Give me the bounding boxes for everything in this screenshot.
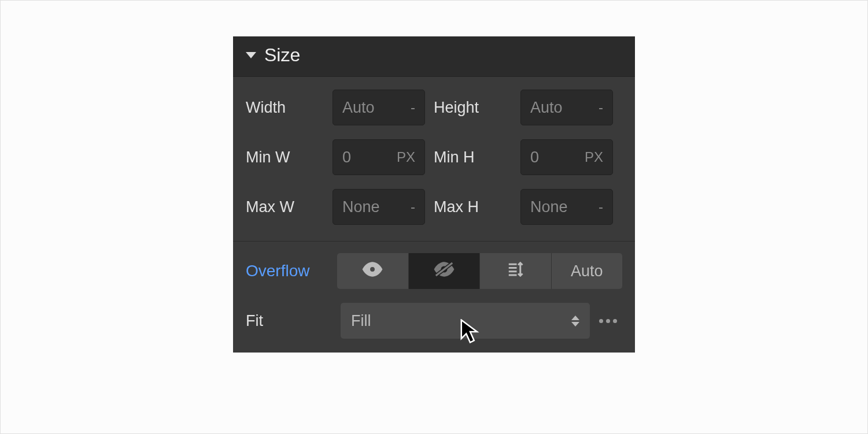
svg-point-0 — [370, 266, 376, 272]
size-panel: Size Width Auto - Height Auto - Min W 0 … — [233, 36, 635, 353]
maxw-unit[interactable]: - — [411, 199, 415, 215]
dot-icon — [613, 319, 617, 323]
disclosure-down-icon — [246, 52, 256, 58]
fit-select[interactable]: Fill — [341, 303, 590, 339]
height-value: Auto — [530, 99, 563, 117]
size-row-width-height: Width Auto - Height Auto - — [246, 90, 622, 125]
minw-input[interactable]: 0 PX — [333, 139, 425, 175]
maxh-unit[interactable]: - — [599, 199, 603, 215]
select-caret-icon — [571, 316, 579, 327]
overflow-row: Overflow — [246, 253, 622, 289]
overflow-label: Overflow — [246, 262, 337, 280]
minw-label: Min W — [246, 149, 333, 166]
maxh-value: None — [530, 198, 568, 216]
width-label: Width — [246, 99, 333, 117]
fit-row: Fit Fill — [246, 303, 622, 339]
scroll-icon — [504, 261, 526, 282]
height-label: Height — [434, 99, 520, 117]
section-title: Size — [264, 44, 300, 66]
width-value: Auto — [342, 99, 375, 117]
width-input[interactable]: Auto - — [333, 90, 425, 125]
fit-label: Fit — [246, 312, 337, 330]
maxw-value: None — [342, 198, 380, 216]
dot-icon — [599, 319, 603, 323]
fit-value: Fill — [351, 312, 371, 330]
maxh-label: Max H — [434, 198, 520, 216]
size-fields: Width Auto - Height Auto - Min W 0 PX Mi… — [233, 77, 635, 242]
maxw-label: Max W — [246, 198, 333, 216]
overflow-scroll-button[interactable] — [480, 253, 552, 289]
overflow-auto-text: Auto — [571, 262, 603, 280]
fit-more-button[interactable] — [593, 319, 622, 323]
eye-off-icon — [433, 261, 455, 282]
overflow-segmented-control: Auto — [337, 253, 622, 289]
size-section-header[interactable]: Size — [233, 36, 635, 77]
minh-input[interactable]: 0 PX — [520, 139, 613, 175]
overflow-auto-button[interactable]: Auto — [552, 253, 623, 289]
width-unit[interactable]: - — [411, 99, 415, 116]
overflow-hidden-button[interactable] — [409, 253, 481, 289]
minh-value: 0 — [530, 149, 539, 166]
height-unit[interactable]: - — [599, 99, 603, 116]
overflow-fit-block: Overflow — [233, 242, 635, 353]
size-row-min: Min W 0 PX Min H 0 PX — [246, 139, 622, 175]
overflow-visible-button[interactable] — [337, 253, 409, 289]
maxh-input[interactable]: None - — [520, 189, 613, 225]
eye-icon — [361, 261, 383, 282]
maxw-input[interactable]: None - — [333, 189, 425, 225]
minw-value: 0 — [342, 149, 351, 166]
height-input[interactable]: Auto - — [520, 90, 613, 125]
dot-icon — [606, 319, 610, 323]
minw-unit[interactable]: PX — [397, 149, 415, 165]
minh-label: Min H — [434, 149, 520, 166]
minh-unit[interactable]: PX — [585, 149, 603, 165]
size-row-max: Max W None - Max H None - — [246, 189, 622, 225]
